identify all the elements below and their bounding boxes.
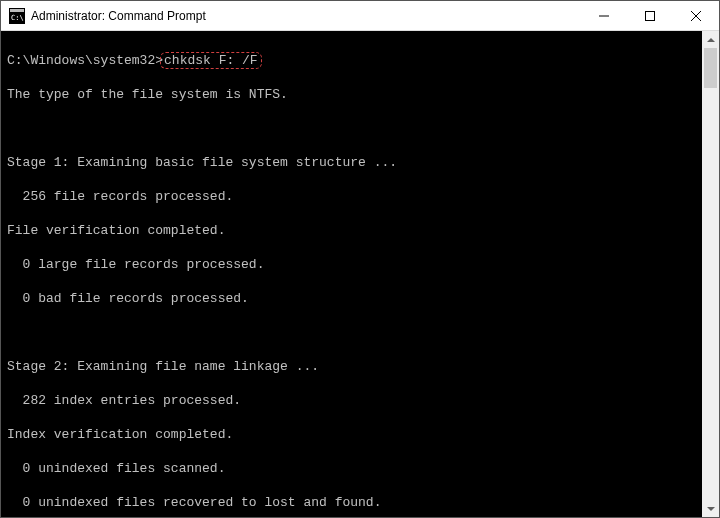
minimize-button[interactable] bbox=[581, 1, 627, 30]
output-line: Stage 2: Examining file name linkage ... bbox=[7, 358, 696, 375]
cmd-icon: C:\ bbox=[9, 8, 25, 24]
prompt-line: C:\Windows\system32>chkdsk F: /F bbox=[7, 52, 696, 69]
output-line: Stage 1: Examining basic file system str… bbox=[7, 154, 696, 171]
scroll-up-arrow[interactable] bbox=[702, 31, 719, 48]
titlebar-buttons bbox=[581, 1, 719, 30]
prompt: C:\Windows\system32> bbox=[7, 53, 163, 68]
svg-marker-8 bbox=[707, 507, 715, 511]
svg-rect-4 bbox=[646, 11, 655, 20]
titlebar[interactable]: C:\ Administrator: Command Prompt bbox=[1, 1, 719, 31]
scroll-down-arrow[interactable] bbox=[702, 500, 719, 517]
output-line: The type of the file system is NTFS. bbox=[7, 86, 696, 103]
output-line: File verification completed. bbox=[7, 222, 696, 239]
output-line: 0 unindexed files scanned. bbox=[7, 460, 696, 477]
output-line: 282 index entries processed. bbox=[7, 392, 696, 409]
command-prompt-window: C:\ Administrator: Command Prompt C:\Win… bbox=[0, 0, 720, 518]
close-button[interactable] bbox=[673, 1, 719, 30]
output-line: 0 bad file records processed. bbox=[7, 290, 696, 307]
scroll-thumb[interactable] bbox=[704, 48, 717, 88]
output-line bbox=[7, 120, 696, 137]
output-line: 0 large file records processed. bbox=[7, 256, 696, 273]
vertical-scrollbar[interactable] bbox=[702, 31, 719, 517]
output-line bbox=[7, 324, 696, 341]
scroll-track[interactable] bbox=[702, 48, 719, 500]
terminal-area: C:\Windows\system32>chkdsk F: /F The typ… bbox=[1, 31, 719, 517]
terminal-output[interactable]: C:\Windows\system32>chkdsk F: /F The typ… bbox=[1, 31, 702, 517]
output-line: Index verification completed. bbox=[7, 426, 696, 443]
command-highlight: chkdsk F: /F bbox=[160, 52, 262, 69]
svg-text:C:\: C:\ bbox=[11, 14, 24, 22]
svg-rect-1 bbox=[10, 9, 24, 12]
svg-marker-7 bbox=[707, 38, 715, 42]
window-title: Administrator: Command Prompt bbox=[31, 9, 581, 23]
maximize-button[interactable] bbox=[627, 1, 673, 30]
output-line: 256 file records processed. bbox=[7, 188, 696, 205]
output-line: 0 unindexed files recovered to lost and … bbox=[7, 494, 696, 511]
